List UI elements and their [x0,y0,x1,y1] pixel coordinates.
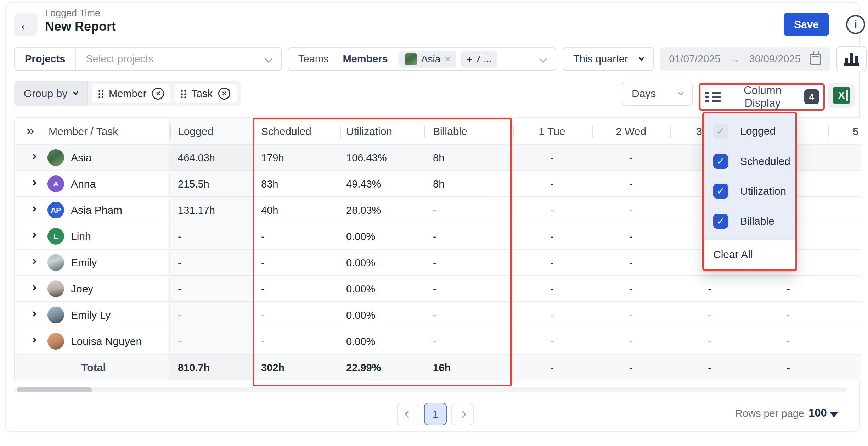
drag-handle-icon[interactable] [181,90,183,92]
day-cell: - [550,152,554,164]
projects-placeholder: Select projects [76,53,266,65]
metric-cell: - [433,257,436,269]
drag-handle-icon[interactable] [98,90,100,92]
chart-view-button[interactable] [836,46,867,71]
date-end[interactable]: 30/09/2025 [749,53,801,65]
checkbox-icon[interactable]: ✓ [713,214,728,229]
teams-tab[interactable]: Teams [288,53,328,65]
granularity-select[interactable]: Days [622,82,693,106]
rows-per-page-dropdown-icon[interactable] [830,412,838,417]
checkbox-icon[interactable]: ✓ [713,124,728,139]
member-chip[interactable]: Asia × [399,51,456,68]
row-expander-icon[interactable] [31,206,37,212]
day-cell: - [629,205,633,216]
more-members-chip[interactable]: + 7 ... [461,51,498,68]
back-button[interactable]: ← [14,13,38,36]
column-display-button[interactable]: Column Display 4 [705,87,819,106]
next-page-button[interactable] [451,403,474,425]
row-expander-icon[interactable] [31,259,37,264]
total-day-cell: - [787,362,790,374]
group-by-control: Group by Member × Task × [14,81,241,106]
checkbox-icon[interactable]: ✓ [713,154,728,169]
chevron-right-icon [458,410,466,418]
column-option-label: Billable [740,215,774,227]
rows-per-page-label: Rows per page [735,408,804,419]
day-cell: - [708,336,711,347]
member-name: Emily [71,257,97,269]
column-display-label: Column Display [727,84,798,110]
projects-filter[interactable]: Projects Select projects [14,47,282,71]
column-option-scheduled[interactable]: ✓Scheduled [704,154,795,169]
day-cell: - [550,283,554,295]
period-value: This quarter [563,53,628,65]
metric-cell: 131.17h [178,205,215,216]
row-expander-icon[interactable] [31,311,37,317]
date-start[interactable]: 01/07/2025 [669,53,720,65]
column-option-utilization[interactable]: ✓Utilization [704,184,795,199]
remove-chip-icon[interactable]: × [152,88,164,100]
save-button[interactable]: Save [784,13,829,36]
row-expander-icon[interactable] [31,180,37,186]
current-page-button[interactable]: 1 [424,403,447,425]
rows-per-page-value[interactable]: 100 [808,407,827,419]
group-chip-member[interactable]: Member × [92,84,170,103]
metric-cell: 0.00% [346,336,375,347]
page-title: New Report [45,19,116,34]
members-tab[interactable]: Members [328,53,388,65]
column-option-label: Scheduled [740,155,790,167]
column-option-billable[interactable]: ✓Billable [704,214,795,229]
chevron-left-icon [404,410,412,418]
member-name: Louisa Nguyen [71,335,142,347]
period-select[interactable]: This quarter [563,47,654,71]
group-chip-label: Task [191,88,213,100]
group-by-dropdown[interactable]: Group by [14,81,87,106]
day-cell: - [787,283,790,295]
day-cell: - [708,310,711,321]
chevron-down-icon [639,55,644,61]
projects-label: Projects [15,53,75,65]
metric-cell: - [261,283,265,295]
clear-all-button[interactable]: Clear All [704,239,795,269]
horizontal-scrollbar-track[interactable] [14,387,847,392]
export-excel-button[interactable]: X [828,83,855,108]
column-count-badge: 4 [804,89,819,104]
divider [424,126,425,138]
avatar [47,280,64,297]
column-option-logged[interactable]: ✓Logged [704,124,795,139]
day-cell: - [787,336,790,347]
metric-cell: 106.43% [346,152,387,164]
date-range[interactable]: 01/07/2025 → 30/09/2025 [660,47,830,71]
metric-cell: - [178,283,181,295]
day-cell: - [708,283,711,295]
row-expander-icon[interactable] [31,154,37,160]
row-expander-icon[interactable] [31,338,37,343]
breadcrumb: Logged Time [45,8,100,19]
metric-cell: - [261,336,265,347]
divider [340,126,341,138]
collapse-columns-icon[interactable]: » [26,123,34,139]
info-button[interactable]: i [846,15,865,34]
chevron-down-icon [265,55,272,63]
day-cell: - [550,231,554,242]
member-name: Emily Ly [71,309,111,321]
teams-members-filter[interactable]: Teams Members Asia × + 7 ... [288,47,556,71]
horizontal-scrollbar-thumb[interactable] [17,387,92,392]
metric-cell: 0.00% [346,231,375,242]
group-chip-task[interactable]: Task × [175,84,237,103]
total-billable: 16h [433,362,451,374]
remove-chip-icon[interactable]: × [218,88,230,100]
metric-cell: 83h [261,178,278,190]
row-expander-icon[interactable] [31,233,37,238]
checkbox-icon[interactable]: ✓ [713,184,728,199]
chip-close-icon[interactable]: × [445,54,450,65]
day-cell: - [629,152,633,164]
divider [670,126,671,138]
row-expander-icon[interactable] [31,285,37,291]
group-by-label: Group by [24,88,67,100]
excel-icon: X [833,87,850,104]
col-member-task: Member / Task [49,126,118,138]
member-chip-label: Asia [421,54,440,65]
total-scheduled: 302h [261,362,284,374]
prev-page-button[interactable] [397,403,419,425]
column-display-icon [705,92,721,102]
